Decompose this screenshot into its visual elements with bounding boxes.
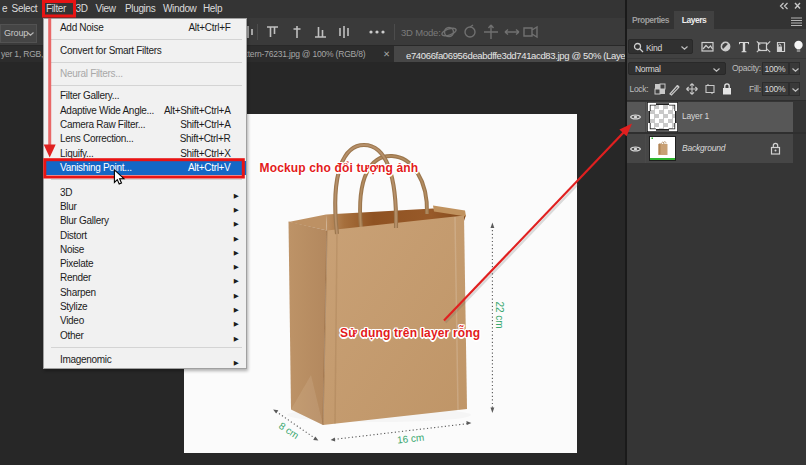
svg-text:3D Mode:: 3D Mode: <box>401 27 441 38</box>
svg-text:16 cm: 16 cm <box>396 431 424 445</box>
svg-text:22 cm: 22 cm <box>494 301 505 328</box>
svg-text:8 cm: 8 cm <box>277 420 301 441</box>
